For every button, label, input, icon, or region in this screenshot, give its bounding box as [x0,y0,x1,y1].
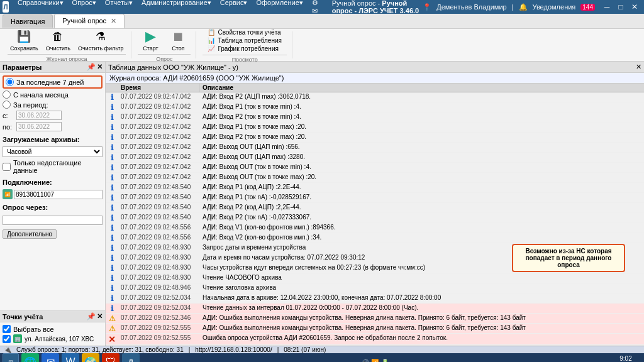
taskbar-shield[interactable]: 🛡 [102,353,119,362]
error-icon: ✕ [108,334,116,344]
save-button[interactable]: 💾 Сохранить [8,28,41,53]
properties-link[interactable]: 📋 Свойства точки учёта [208,29,282,36]
tab-manual-poll[interactable]: Ручной опрос ✕ [54,14,125,28]
params-pin-icon[interactable]: 📌 [87,63,96,71]
consumption-chart-link[interactable]: 📈 График потребления [208,45,282,52]
row-desc-cell: АДИ: Вход V1 (кол-во фронтов имп.) :8943… [200,223,644,231]
row-time-cell: 07.07.2022 09:02:47.042 [118,102,200,111]
consumption-table-link[interactable]: 📊 Таблица потребления [208,37,282,44]
log-row[interactable]: ℹ 07.07.2022 09:02:47.042 АДИ: Вход Р2 (… [106,133,644,143]
notifications-count[interactable]: 144 [580,4,595,11]
start-button[interactable]: ▶ Старт [138,28,163,53]
radio-period[interactable]: За период: [3,101,103,109]
radio-last7days[interactable]: За последние 7 дней [3,75,103,89]
annotation-bubble: Возможно из-за НС которая попадает в пер… [512,244,625,272]
row-desc-cell: АДИ: Выход OUT (ток в точке max) :20. [200,173,644,181]
log-row[interactable]: ⚠ 07.07.2022 09:02:52.346 АДИ: Ошибка вы… [106,314,644,324]
log-row[interactable]: ℹ 07.07.2022 09:02:52.034 Чтение данных … [106,304,644,314]
connection-row: 📶 [3,189,103,199]
row-time-cell: 07.07.2022 09:02:47.042 [118,92,200,101]
start-icon: ▶ [143,29,158,44]
row-icon-cell: ℹ [106,112,118,122]
log-table-header: Время Описание [106,84,644,92]
additional-button[interactable]: Дополнительно [3,229,57,239]
minimize-button[interactable]: ─ [600,0,614,14]
log-row[interactable]: ℹ 07.07.2022 09:02:47.042 АДИ: Вход Р2 (… [106,112,644,123]
date-to-input[interactable] [16,122,62,131]
log-row[interactable]: ℹ 07.07.2022 09:02:47.042 АДИ: Вход Р1 (… [106,123,644,133]
row-time-cell: 07.07.2022 09:02:48.540 [118,203,200,211]
taskbar-ie[interactable]: 🌐 [21,353,39,362]
point-checkbox[interactable] [3,335,11,343]
nav-bar: Навигация Ручной опрос ✕ [0,14,644,29]
select-all-row[interactable]: Выбрать все [3,325,103,333]
log-row[interactable]: ℹ 07.07.2022 09:02:47.042 АДИ: Выход OUT… [106,143,644,153]
stop-button[interactable]: ⏹ Стоп [165,28,191,53]
poll-via-input[interactable] [3,216,103,225]
date-from-input[interactable] [16,111,62,120]
log-row[interactable]: ℹ 07.07.2022 09:02:48.540 АДИ: Вход Р2 (… [106,213,644,223]
log-row[interactable]: ℹ 07.07.2022 09:02:47.042 АДИ: Вход Р1 (… [106,102,644,112]
log-row[interactable]: ℹ 07.07.2022 09:02:48.930 Чтение ЧАСОВОГ… [106,273,644,283]
info-icon: ℹ [111,194,114,202]
row-desc-cell: АДИ: Вход Р2 (АЦП max) :3062,0718. [200,92,644,101]
row-time-cell: 07.07.2022 09:02:52.034 [118,293,200,302]
params-section: За последние 7 дней С начала месяца За п… [3,75,103,239]
log-row[interactable]: ℹ 07.07.2022 09:02:48.540 АДИ: Вход Р1 (… [106,183,644,193]
maximize-button[interactable]: □ [614,0,628,14]
log-row[interactable]: ℹ 07.07.2022 09:02:47.042 АДИ: Выход OUT… [106,173,644,183]
log-row[interactable]: ℹ 07.07.2022 09:02:48.540 АДИ: Вход Р1 (… [106,193,644,203]
point-item[interactable]: 🏢 ул. Алтайская, 107 ХВС [3,334,103,343]
row-icon-cell: ℹ [106,223,118,233]
only-missing-checkbox[interactable] [3,163,11,171]
poll-via-label: Опрос через: [3,204,103,211]
info-icon: ℹ [111,224,114,233]
radio-since-month[interactable]: С начала месяца [3,90,103,99]
row-time-cell: 07.07.2022 09:02:47.042 [118,153,200,161]
row-time-cell: 07.07.2022 09:02:48.540 [118,213,200,221]
log-row[interactable]: ℹ 07.07.2022 09:02:48.946 Чтение заголов… [106,283,644,293]
log-row[interactable]: ℹ 07.07.2022 09:02:53.048 Нет архивных д… [106,345,644,346]
tab-navigation[interactable]: Навигация [3,14,53,28]
log-row[interactable]: ℹ 07.07.2022 09:02:47.042 АДИ: Выход OUT… [106,163,644,173]
taskbar-mail[interactable]: ✉ [42,353,59,362]
bell-icon[interactable]: 🔔 [519,3,528,11]
taskbar-word[interactable]: W [62,353,79,362]
start-menu-button[interactable]: ⊞ [3,353,19,362]
log-row[interactable]: ℹ 07.07.2022 09:02:47.042 АДИ: Вход Р2 (… [106,92,644,102]
toolbar: 💾 Сохранить 🗑 Очистить ⚗ Очистить фильтр… [0,29,644,62]
select-all-checkbox[interactable] [3,325,11,333]
row-desc-cell: АДИ: Вход Р1 (код АЦП) :2.2Е-44. [200,183,644,191]
close-button[interactable]: ✕ [628,0,641,14]
log-row[interactable]: ℹ 07.07.2022 09:02:48.540 АДИ: Вход Р2 (… [106,203,644,213]
notifications-label[interactable]: Уведомления [533,3,576,11]
log-row[interactable]: ⚠ 07.07.2022 09:02:52.555 АДИ: Ошибка вы… [106,324,644,334]
log-row[interactable]: ℹ 07.07.2022 09:02:48.556 АДИ: Вход V2 (… [106,233,644,243]
log-row[interactable]: ✕ 07.07.2022 09:02:52.555 Ошибка опроса … [106,334,644,345]
log-row[interactable]: ℹ 07.07.2022 09:02:48.556 АДИ: Вход V1 (… [106,223,644,233]
archives-dropdown[interactable]: Часовой [3,146,103,157]
taskbar-chrome[interactable]: 🌍 [82,353,99,362]
clear-filter-label: Очистить фильтр [78,45,123,52]
row-desc-cell: АДИ: Вход Р2 (код АЦП) :2,2Е-44. [200,203,644,211]
row-icon-cell: ℹ [106,243,118,253]
tab-close-icon[interactable]: ✕ [111,17,116,25]
params-close-icon[interactable]: ✕ [97,63,103,71]
row-icon-cell: ℹ [106,293,118,303]
row-icon-cell: ℹ [106,173,118,182]
content-close-icon[interactable]: ✕ [636,63,641,71]
clear-button[interactable]: 🗑 Очистить [43,28,73,53]
log-row[interactable]: ℹ 07.07.2022 09:02:52.034 Начальная дата… [106,293,644,304]
log-row[interactable]: ℹ 07.07.2022 09:02:47.042 АДИ: Выход OUT… [106,153,644,163]
connection-input[interactable] [14,190,103,199]
row-icon-cell: ℹ [106,263,118,273]
col-desc-header: Описание [200,84,644,92]
clear-filter-button[interactable]: ⚗ Очистить фильтр [75,28,126,53]
taskbar-lrs[interactable]: Л [122,353,140,362]
journal-header: Журнал опроса: АДИ #20601659 (ООО "УЖ Жи… [106,73,644,84]
points-close-icon[interactable]: ✕ [97,312,103,321]
row-icon-cell: ℹ [106,102,118,112]
points-pin-icon[interactable]: 📌 [87,312,96,321]
info-icon: ℹ [111,264,114,273]
only-missing-row[interactable]: Только недостающие данные [3,159,103,174]
